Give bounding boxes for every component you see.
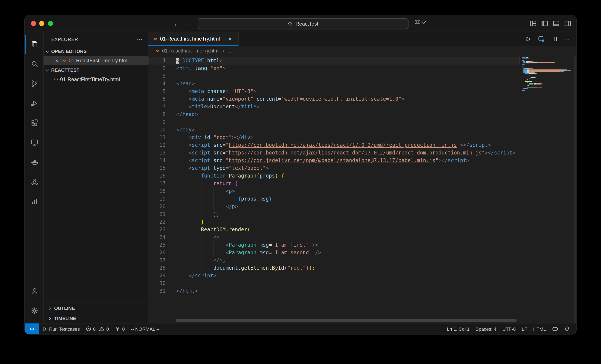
notifications-button[interactable] xyxy=(561,324,573,334)
line-number[interactable]: 4 xyxy=(148,80,166,88)
code-line[interactable]: 25 <Paragraph msg="I am first" /> xyxy=(148,241,520,249)
code-line[interactable]: 20 </p> xyxy=(148,203,520,210)
code-line[interactable]: 30 xyxy=(148,279,520,287)
code-line[interactable]: 8</head> xyxy=(148,110,520,118)
timeline-section-header[interactable]: TIMELINE xyxy=(43,313,148,323)
minimize-window-button[interactable] xyxy=(39,21,44,26)
toggle-primary-sidebar-icon[interactable] xyxy=(541,20,548,27)
minimap[interactable] xyxy=(521,57,574,323)
code-line[interactable]: 21 ); xyxy=(148,210,520,218)
tree-file-item[interactable]: <> 01-ReactFirstTimeTry.html xyxy=(43,75,148,84)
code-line[interactable]: 1<!DOCTYPE html> xyxy=(148,57,520,64)
line-number[interactable]: 18 xyxy=(148,187,166,195)
line-number[interactable]: 24 xyxy=(148,233,166,241)
code-line[interactable]: 14 <script src="https://cdn.jsdelivr.net… xyxy=(148,157,520,164)
tab-01-reactfirsttimetry[interactable]: <> 01-ReactFirstTimeTry.html ✕ xyxy=(148,32,239,46)
activity-organization-button[interactable] xyxy=(25,172,43,192)
code-line[interactable]: 29 </script> xyxy=(148,272,520,279)
line-number[interactable]: 1 xyxy=(148,57,166,64)
line-number[interactable]: 30 xyxy=(148,279,166,287)
code-line[interactable]: 6 <meta name="viewport" content="width=d… xyxy=(148,95,520,103)
code-line[interactable]: 18 <p> xyxy=(148,187,520,195)
code-line[interactable]: 3 xyxy=(148,72,520,80)
line-number[interactable]: 28 xyxy=(148,264,166,272)
activity-explorer-button[interactable] xyxy=(25,35,43,54)
activity-extensions-button[interactable] xyxy=(25,113,43,133)
code-line[interactable]: 11 <div id="root"></div> xyxy=(148,134,520,141)
run-file-icon[interactable] xyxy=(525,36,531,42)
code-line[interactable]: 26 <Paragraph msg="I am second" /> xyxy=(148,249,520,256)
folder-section-header[interactable]: REACTTEST xyxy=(43,65,148,75)
close-editor-icon[interactable]: ✕ xyxy=(54,58,60,63)
line-number[interactable]: 7 xyxy=(148,103,166,110)
activity-chart-button[interactable] xyxy=(25,192,43,211)
back-button[interactable]: ← xyxy=(173,20,180,27)
line-number[interactable]: 8 xyxy=(148,110,166,118)
code-line[interactable]: 23 ReactDOM.render( xyxy=(148,226,520,233)
line-number[interactable]: 19 xyxy=(148,195,166,203)
vim-mode-indicator[interactable]: -- NORMAL -- xyxy=(128,324,163,334)
breadcrumb-file[interactable]: 01-ReactFirstTimeTry.html xyxy=(162,48,220,53)
line-number[interactable]: 3 xyxy=(148,72,166,80)
forward-button[interactable]: → xyxy=(187,20,193,27)
code-line[interactable]: 7 <title>Document</title> xyxy=(148,103,520,110)
line-number[interactable]: 22 xyxy=(148,218,166,226)
activity-search-button[interactable] xyxy=(25,54,43,74)
remote-indicator[interactable]: >< xyxy=(25,324,39,334)
encoding-setting[interactable]: UTF-8 xyxy=(500,324,519,334)
accounts-button[interactable] xyxy=(25,281,43,301)
code-line[interactable]: 2<html lang="en"> xyxy=(148,64,520,72)
line-number[interactable]: 20 xyxy=(148,203,166,210)
copilot-status-button[interactable] xyxy=(549,324,561,334)
breadcrumb-symbol[interactable]: … xyxy=(227,48,232,53)
line-number[interactable]: 17 xyxy=(148,180,166,187)
eol-setting[interactable]: LF xyxy=(519,324,530,334)
line-number[interactable]: 26 xyxy=(148,249,166,256)
toggle-panel-icon[interactable] xyxy=(553,20,560,27)
code-line[interactable]: 17 return ( xyxy=(148,180,520,187)
code-line[interactable]: 13 <script src="https://cdn.bootcdn.net/… xyxy=(148,149,520,157)
run-testcases-button[interactable]: Run Testcases xyxy=(39,324,83,334)
code-line[interactable]: 10<body> xyxy=(148,126,520,134)
line-number[interactable]: 25 xyxy=(148,241,166,249)
line-number[interactable]: 2 xyxy=(148,64,166,72)
code-line[interactable]: 31</html> xyxy=(148,287,520,295)
open-editors-section-header[interactable]: OPEN EDITORS xyxy=(43,47,148,56)
more-actions-icon[interactable]: ⋯ xyxy=(564,35,570,42)
outline-section-header[interactable]: OUTLINE xyxy=(43,303,148,313)
cursor-position[interactable]: Ln 1, Col 1 xyxy=(444,324,472,334)
line-number[interactable]: 10 xyxy=(148,126,166,134)
indentation-setting[interactable]: Spaces: 4 xyxy=(472,324,500,334)
close-tab-icon[interactable]: ✕ xyxy=(227,37,233,41)
line-number[interactable]: 16 xyxy=(148,172,166,180)
run-testcases-icon[interactable] xyxy=(538,35,545,42)
code-line[interactable]: 12 <script src="https://cdn.bootcdn.net/… xyxy=(148,141,520,149)
code-line[interactable]: 27 </>, xyxy=(148,256,520,264)
code-editor[interactable]: 1<!DOCTYPE html>2<html lang="en">34<head… xyxy=(148,56,576,323)
customize-layout-icon[interactable] xyxy=(530,20,537,27)
line-number[interactable]: 6 xyxy=(148,95,166,103)
code-line[interactable]: 5 <meta charset="UTF-8"> xyxy=(148,88,520,95)
activity-docker-button[interactable] xyxy=(25,152,43,172)
line-number[interactable]: 23 xyxy=(148,226,166,233)
activity-source-control-button[interactable] xyxy=(25,74,43,93)
code-line[interactable]: 15 <script type="text/babel"> xyxy=(148,164,520,172)
ports-indicator[interactable]: 0 xyxy=(112,324,128,334)
code-line[interactable]: 4<head> xyxy=(148,80,520,88)
line-number[interactable]: 29 xyxy=(148,272,166,279)
language-mode[interactable]: HTML xyxy=(530,324,549,334)
horizontal-scrollbar[interactable] xyxy=(176,319,517,322)
line-number[interactable]: 5 xyxy=(148,88,166,95)
toggle-secondary-sidebar-icon[interactable] xyxy=(564,20,571,27)
line-number[interactable]: 27 xyxy=(148,256,166,264)
open-editor-item[interactable]: ✕ <> 01-ReactFirstTimeTry.html xyxy=(43,56,148,65)
views-and-more-actions-button[interactable]: ⋯ xyxy=(137,36,142,42)
line-number[interactable]: 9 xyxy=(148,118,166,126)
settings-button[interactable] xyxy=(25,301,43,320)
line-number[interactable]: 14 xyxy=(148,157,166,164)
line-number[interactable]: 31 xyxy=(148,287,166,295)
code-line[interactable]: 24 <> xyxy=(148,233,520,241)
code-line[interactable]: 22 } xyxy=(148,218,520,226)
line-number[interactable]: 11 xyxy=(148,134,166,141)
line-number[interactable]: 12 xyxy=(148,141,166,149)
